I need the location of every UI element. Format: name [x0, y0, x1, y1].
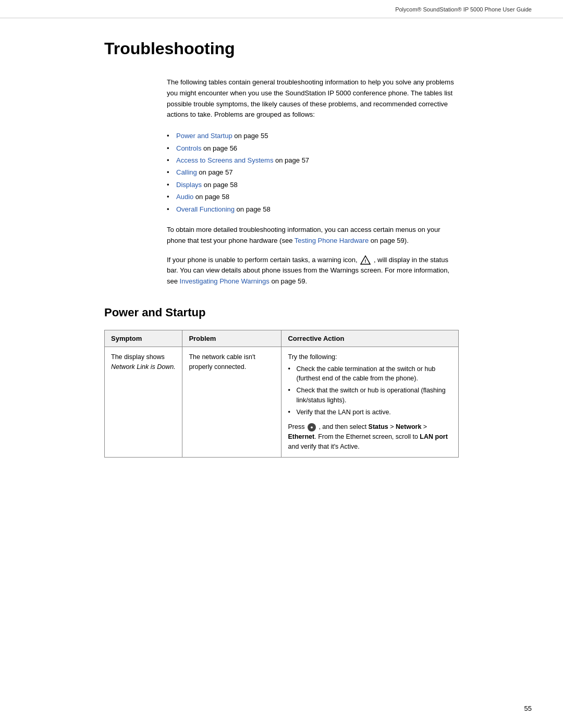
- list-item-suffix-1: on page 55: [232, 132, 268, 140]
- access-screens-link[interactable]: Access to Screens and Systems: [176, 156, 273, 164]
- page-header: Polycom® SoundStation® IP 5000 Phone Use…: [0, 0, 563, 18]
- table-cell-problem: The network cable isn't properly connect…: [182, 347, 282, 457]
- list-item-suffix-6: on page 58: [193, 193, 229, 201]
- list-item-suffix-2: on page 56: [201, 144, 237, 152]
- svg-text:!: !: [365, 258, 366, 264]
- action-bullet-2: Check that the switch or hub is operatio…: [296, 387, 445, 404]
- symptom-italic: Network Link is Down.: [111, 363, 176, 371]
- list-item-suffix-5: on page 58: [202, 181, 238, 189]
- intro-text: The following tables contain general tro…: [167, 78, 454, 118]
- list-item: Calling on page 57: [167, 166, 459, 178]
- page-container: Polycom® SoundStation® IP 5000 Phone Use…: [0, 0, 563, 728]
- list-item: Power and Startup on page 55: [167, 130, 459, 142]
- col-header-problem: Problem: [182, 330, 282, 347]
- col-header-action: Corrective Action: [282, 330, 459, 347]
- section-heading-power: Power and Startup: [104, 306, 459, 319]
- table-header-row: Symptom Problem Corrective Action: [105, 330, 459, 347]
- action-bullet-item: Check the cable termination at the switc…: [288, 364, 452, 384]
- troubleshooting-table: Symptom Problem Corrective Action The di…: [104, 330, 459, 458]
- list-item: Displays on page 58: [167, 179, 459, 191]
- table-cell-action: Try the following: Check the cable termi…: [282, 347, 459, 457]
- symptom-plain: The display shows: [111, 353, 165, 361]
- list-item-suffix-7: on page 58: [235, 205, 271, 213]
- list-item-suffix-3: on page 57: [273, 156, 309, 164]
- col-header-symptom: Symptom: [105, 330, 182, 347]
- list-item: Audio on page 58: [167, 191, 459, 203]
- list-item: Controls on page 56: [167, 142, 459, 154]
- warning-icon: !: [360, 255, 371, 265]
- para3-before: If your phone is unable to perform certa…: [167, 256, 359, 264]
- action-bullet-1: Check the cable termination at the switc…: [296, 365, 435, 382]
- para3-end: on page 59.: [270, 277, 307, 285]
- intro-paragraph: The following tables contain general tro…: [167, 77, 459, 120]
- body-paragraph-2: To obtain more detailed troubleshooting …: [167, 225, 459, 246]
- header-text: Polycom® SoundStation® IP 5000 Phone Use…: [395, 6, 532, 13]
- list-item: Overall Functioning on page 58: [167, 203, 459, 215]
- para2-after: on page 59).: [369, 237, 409, 244]
- list-item: Access to Screens and Systems on page 57: [167, 154, 459, 166]
- page-number: 55: [524, 705, 532, 712]
- list-item-suffix-4: on page 57: [197, 168, 233, 176]
- testing-phone-hardware-link[interactable]: Testing Phone Hardware: [295, 237, 369, 244]
- calling-link[interactable]: Calling: [176, 168, 197, 176]
- action-bullet-3: Verify that the LAN port is active.: [296, 409, 390, 416]
- problem-text: The network cable isn't properly connect…: [189, 353, 255, 371]
- investigating-warnings-link[interactable]: Investigating Phone Warnings: [180, 277, 270, 285]
- chapter-title: Troubleshooting: [104, 39, 459, 63]
- action-intro: Try the following:: [288, 353, 337, 361]
- action-bullet-item: Verify that the LAN port is active.: [288, 408, 452, 417]
- power-startup-link[interactable]: Power and Startup: [176, 132, 232, 140]
- action-bullet-list: Check the cable termination at the switc…: [288, 364, 452, 417]
- menu-button-icon: ●: [308, 423, 316, 431]
- content-area: Troubleshooting The following tables con…: [0, 18, 563, 489]
- action-bullet-item: Check that the switch or hub is operatio…: [288, 386, 452, 405]
- overall-functioning-link[interactable]: Overall Functioning: [176, 205, 235, 213]
- table-cell-symptom: The display shows Network Link is Down.: [105, 347, 182, 457]
- body-paragraph-3: If your phone is unable to perform certa…: [167, 255, 459, 287]
- bullet-list: Power and Startup on page 55 Controls on…: [167, 130, 459, 215]
- audio-link[interactable]: Audio: [176, 193, 193, 201]
- displays-link[interactable]: Displays: [176, 181, 202, 189]
- action-footer: Press ● , and then select Status > Netwo…: [288, 422, 452, 451]
- action-footer-before: Press: [288, 423, 306, 430]
- controls-link[interactable]: Controls: [176, 144, 201, 152]
- table-row: The display shows Network Link is Down. …: [105, 347, 459, 457]
